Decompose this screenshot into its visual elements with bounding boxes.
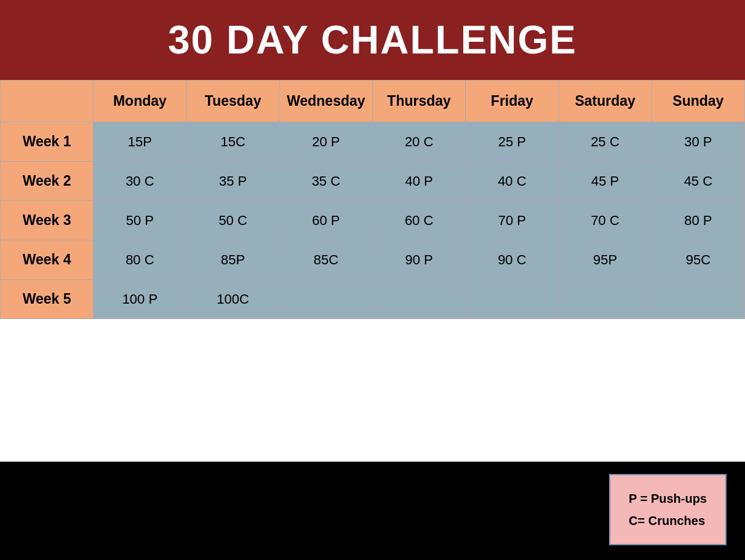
- data-cell: 60 C: [373, 201, 466, 240]
- data-cell: 25 C: [559, 122, 651, 162]
- week-label: Week 2: [1, 162, 94, 201]
- week-label: Week 5: [1, 280, 94, 319]
- data-cell: 85C: [279, 240, 372, 280]
- data-cell: 20 P: [279, 122, 372, 162]
- data-cell: [559, 280, 651, 319]
- data-cell: 25 P: [466, 122, 559, 162]
- data-cell: 70 P: [466, 201, 559, 240]
- data-cell: 95P: [559, 240, 651, 280]
- data-cell: 20 C: [373, 122, 466, 162]
- data-cell: 95C: [651, 240, 744, 280]
- table-row: Week 2 30 C 35 P 35 C 40 P 40 C 45 P 45 …: [1, 162, 745, 201]
- legend-box: P = Push-ups C= Crunches: [609, 474, 727, 545]
- data-cell: 70 C: [559, 201, 651, 240]
- page-container: 30 DAY CHALLENGE Monday Tuesday Wednesda…: [0, 0, 745, 560]
- data-cell: 30 C: [94, 162, 186, 201]
- legend-line2: C= Crunches: [629, 510, 707, 532]
- table-row: Week 4 80 C 85P 85C 90 P 90 C 95P 95C: [1, 240, 745, 280]
- data-cell: 50 P: [94, 201, 186, 240]
- data-cell: 35 P: [186, 162, 279, 201]
- data-cell: [466, 280, 559, 319]
- challenge-table: Monday Tuesday Wednesday Thursday Friday…: [0, 80, 745, 319]
- week-label: Week 3: [1, 201, 94, 240]
- data-cell: 40 P: [373, 162, 466, 201]
- col-header-saturday: Saturday: [559, 81, 651, 122]
- week-label: Week 4: [1, 240, 94, 280]
- week-label: Week 1: [1, 122, 94, 162]
- data-cell: 50 C: [186, 201, 279, 240]
- data-cell: 45 C: [651, 162, 744, 201]
- col-header-thursday: Thursday: [373, 81, 466, 122]
- data-cell: 35 C: [279, 162, 372, 201]
- col-header-friday: Friday: [466, 81, 559, 122]
- table-row: Week 3 50 P 50 C 60 P 60 C 70 P 70 C 80 …: [1, 201, 745, 240]
- table-row: Week 5 100 P 100C: [1, 280, 745, 319]
- data-cell: 45 P: [559, 162, 651, 201]
- table-header-row: Monday Tuesday Wednesday Thursday Friday…: [1, 81, 745, 122]
- col-header-week: [1, 81, 94, 122]
- data-cell: 80 P: [651, 201, 744, 240]
- table-row: Week 1 15P 15C 20 P 20 C 25 P 25 C 30 P: [1, 122, 745, 162]
- data-cell: [373, 280, 466, 319]
- data-cell: 90 C: [466, 240, 559, 280]
- data-cell: 100C: [186, 280, 279, 319]
- data-cell: 30 P: [651, 122, 744, 162]
- data-cell: 85P: [186, 240, 279, 280]
- col-header-tuesday: Tuesday: [186, 81, 279, 122]
- data-cell: 100 P: [94, 280, 186, 319]
- data-cell: 15P: [94, 122, 186, 162]
- header: 30 DAY CHALLENGE: [0, 0, 745, 80]
- bottom-area: P = Push-ups C= Crunches: [0, 462, 745, 560]
- data-cell: 15C: [186, 122, 279, 162]
- data-cell: [651, 280, 744, 319]
- data-cell: 40 C: [466, 162, 559, 201]
- data-cell: 80 C: [94, 240, 186, 280]
- col-header-sunday: Sunday: [651, 81, 744, 122]
- col-header-wednesday: Wednesday: [279, 81, 372, 122]
- legend-line1: P = Push-ups: [629, 487, 707, 510]
- data-cell: [279, 280, 372, 319]
- col-header-monday: Monday: [94, 81, 186, 122]
- data-cell: 60 P: [279, 201, 372, 240]
- data-cell: 90 P: [373, 240, 466, 280]
- page-title: 30 DAY CHALLENGE: [168, 18, 577, 62]
- table-wrapper: Monday Tuesday Wednesday Thursday Friday…: [0, 80, 745, 462]
